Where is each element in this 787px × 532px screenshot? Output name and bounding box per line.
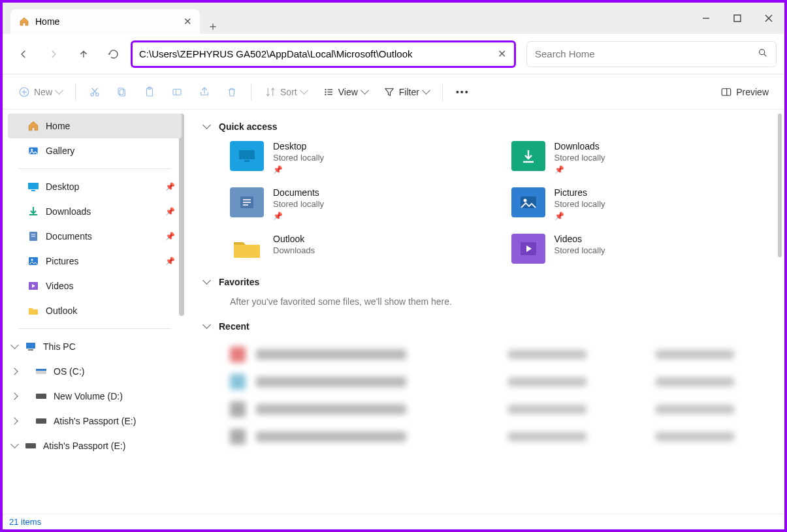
tab-close-icon[interactable]: ✕ <box>184 16 192 27</box>
sidebar-item-home[interactable]: Home <box>8 114 182 138</box>
up-button[interactable] <box>71 41 97 67</box>
sidebar-label: Atish's Passport (E:) <box>43 441 125 451</box>
home-icon <box>18 16 30 27</box>
favorites-header[interactable]: Favorites <box>204 277 766 287</box>
sidebar-label: Atish's Passport (E:) <box>54 416 136 426</box>
sidebar-item-passport-e[interactable]: Atish's Passport (E:) <box>8 409 182 433</box>
sidebar-label: This PC <box>43 341 76 352</box>
refresh-button[interactable] <box>101 41 127 67</box>
svg-rect-41 <box>36 394 46 399</box>
desktop-icon <box>27 181 39 193</box>
quick-access-header[interactable]: Quick access <box>204 121 766 132</box>
pin-icon: 📌 <box>165 257 175 266</box>
svg-rect-43 <box>25 443 36 448</box>
sidebar-item-videos[interactable]: Videos <box>8 274 182 298</box>
sidebar-item-documents[interactable]: Documents 📌 <box>8 224 182 249</box>
maximize-button[interactable] <box>722 3 753 34</box>
view-button[interactable]: View <box>316 80 374 104</box>
forward-button[interactable] <box>40 41 67 67</box>
scrollbar[interactable] <box>778 114 782 257</box>
address-input[interactable] <box>139 48 495 59</box>
minimize-button[interactable] <box>690 3 722 34</box>
sidebar-item-desktop[interactable]: Desktop 📌 <box>8 174 182 199</box>
new-button[interactable]: New <box>12 80 69 104</box>
divider <box>18 168 171 169</box>
svg-point-51 <box>523 199 526 202</box>
recent-item[interactable] <box>230 396 766 423</box>
qa-title: Desktop <box>273 141 324 151</box>
filter-button[interactable]: Filter <box>377 80 436 104</box>
sidebar-item-newvol-d[interactable]: New Volume (D:) <box>8 384 182 409</box>
svg-point-35 <box>31 259 33 261</box>
qa-subtitle: Stored locally <box>273 199 324 209</box>
sidebar-item-os-c[interactable]: OS (C:) <box>8 359 182 384</box>
view-label: View <box>338 87 358 97</box>
file-explorer-window: Home ✕ ＋ ✕ Search Home New <box>0 0 787 532</box>
close-window-button[interactable] <box>753 3 784 34</box>
recent-item[interactable] <box>230 423 766 450</box>
rename-button[interactable] <box>165 80 189 104</box>
tab-home[interactable]: Home ✕ <box>10 9 200 34</box>
videos-icon <box>511 234 545 264</box>
tab-strip: Home ✕ ＋ <box>3 3 226 34</box>
folder-icon <box>27 305 39 317</box>
downloads-icon <box>511 141 545 171</box>
command-bar: New Sort View Filter ••• P <box>3 74 784 110</box>
sort-button[interactable]: Sort <box>258 80 313 104</box>
desktop-icon <box>230 141 264 171</box>
new-tab-button[interactable]: ＋ <box>200 18 226 34</box>
svg-rect-1 <box>734 15 741 22</box>
sidebar-label: OS (C:) <box>54 366 84 377</box>
recent-item[interactable] <box>230 368 766 396</box>
documents-icon <box>27 230 39 242</box>
svg-line-5 <box>764 54 766 56</box>
separator <box>75 84 76 101</box>
new-label: New <box>34 87 52 97</box>
sidebar-item-pictures[interactable]: Pictures 📌 <box>8 249 182 274</box>
sidebar-item-passport-root[interactable]: Atish's Passport (E:) <box>8 433 182 458</box>
sidebar-label: New Volume (D:) <box>54 391 123 401</box>
sidebar-item-thispc[interactable]: This PC <box>8 334 182 359</box>
clear-address-icon[interactable]: ✕ <box>495 48 509 60</box>
share-button[interactable] <box>192 80 217 104</box>
svg-rect-17 <box>173 89 181 95</box>
more-button[interactable]: ••• <box>449 80 476 104</box>
chevron-down-icon <box>204 277 210 287</box>
search-box[interactable]: Search Home <box>526 41 777 67</box>
chevron-down-icon <box>56 87 62 97</box>
preview-button[interactable]: Preview <box>714 80 775 104</box>
qa-pictures[interactable]: Pictures Stored locally 📌 <box>511 187 767 221</box>
separator <box>442 84 443 101</box>
back-button[interactable] <box>10 41 37 67</box>
svg-rect-40 <box>36 369 46 371</box>
qa-title: Videos <box>554 234 605 244</box>
qa-title: Outlook <box>273 234 315 244</box>
recent-item[interactable] <box>230 341 766 368</box>
search-placeholder: Search Home <box>535 48 595 59</box>
gallery-icon <box>27 145 39 157</box>
sidebar-item-outlook[interactable]: Outlook <box>8 298 182 323</box>
recent-header[interactable]: Recent <box>204 321 766 332</box>
sidebar-label: Pictures <box>46 256 79 266</box>
qa-desktop[interactable]: Desktop Stored locally 📌 <box>230 141 485 174</box>
sidebar-item-gallery[interactable]: Gallery <box>8 138 182 163</box>
qa-subtitle: Stored locally <box>554 153 605 163</box>
qa-documents[interactable]: Documents Stored locally 📌 <box>230 187 485 221</box>
sidebar-item-downloads[interactable]: Downloads 📌 <box>8 199 182 224</box>
paste-button[interactable] <box>137 80 162 104</box>
address-row: ✕ Search Home <box>3 34 784 74</box>
svg-point-19 <box>325 89 326 90</box>
delete-button[interactable] <box>219 80 244 104</box>
copy-button[interactable] <box>110 80 135 104</box>
quick-access-grid: Desktop Stored locally 📌 Downloads Store… <box>230 141 766 264</box>
qa-downloads[interactable]: Downloads Stored locally 📌 <box>511 141 767 174</box>
qa-outlook[interactable]: Outlook Downloads <box>230 234 485 264</box>
cut-button[interactable] <box>82 80 107 104</box>
chevron-right-icon <box>12 392 17 400</box>
svg-rect-29 <box>28 183 39 189</box>
sidebar-label: Videos <box>46 281 74 291</box>
qa-videos[interactable]: Videos Stored locally <box>511 234 767 264</box>
address-bar[interactable]: ✕ <box>131 40 516 68</box>
qa-subtitle: Downloads <box>273 245 315 255</box>
svg-rect-37 <box>26 343 35 349</box>
